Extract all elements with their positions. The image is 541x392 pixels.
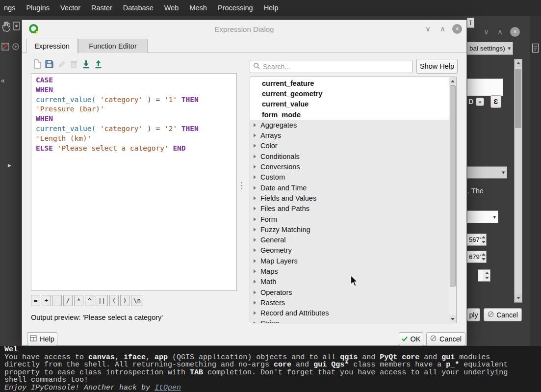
operator-button--[interactable]: *: [74, 295, 83, 306]
function-group-rasters[interactable]: Rasters: [250, 297, 450, 308]
menu-item-help[interactable]: Help: [264, 4, 279, 12]
bg-input-fragment[interactable]: [467, 78, 503, 96]
code-token: [53, 144, 57, 152]
menu-item-database[interactable]: Database: [123, 4, 154, 12]
spin-up-icon[interactable]: [482, 253, 486, 256]
operator-button--[interactable]: ^: [85, 295, 94, 306]
scrollbar-thumb[interactable]: [450, 85, 456, 287]
bg-minimize-icon[interactable]: ∨: [484, 27, 489, 36]
function-group-form[interactable]: Form: [250, 214, 450, 224]
menu-item-plugins[interactable]: Plugins: [26, 4, 50, 12]
function-group-fields-and-values[interactable]: Fields and Values: [250, 193, 450, 203]
expression-epsilon-button[interactable]: Ɛ: [490, 95, 501, 108]
dialog-unshade-icon[interactable]: ∧: [440, 25, 445, 33]
spin-down-icon[interactable]: [482, 258, 486, 261]
pane-splitter[interactable]: [241, 182, 242, 189]
function-item-form-mode[interactable]: form_mode: [250, 109, 450, 120]
function-item-current-geometry[interactable]: current_geometry: [250, 88, 450, 99]
menu-item-ngs[interactable]: ngs: [4, 4, 15, 12]
function-list-scrollbar[interactable]: [449, 77, 456, 323]
function-group-string[interactable]: String: [250, 318, 450, 323]
code-token: CASE: [36, 76, 53, 84]
operator-button--[interactable]: ): [120, 295, 129, 306]
function-group-general[interactable]: General: [250, 235, 450, 245]
menu-item-raster[interactable]: Raster: [91, 4, 112, 12]
function-group-files-and-paths[interactable]: Files and Paths: [250, 204, 450, 214]
operator-button--[interactable]: -: [52, 295, 62, 306]
collapse-panel-icon[interactable]: «: [1, 77, 5, 84]
tab-function-editor[interactable]: Function Editor: [78, 39, 148, 53]
toolbar-fragment-icon[interactable]: [12, 20, 21, 33]
function-group-map-layers[interactable]: Map Layers: [250, 256, 450, 266]
coordinate-spinbox-3[interactable]: [478, 269, 490, 282]
scroll-down-button[interactable]: [515, 294, 522, 302]
import-expressions-icon[interactable]: [81, 58, 91, 70]
operator-button--[interactable]: /: [63, 295, 73, 306]
bg-dropdown-2[interactable]: ▾: [467, 166, 507, 179]
play-icon[interactable]: ▶: [8, 163, 11, 168]
coordinate-spinbox-2[interactable]: 679': [467, 251, 487, 263]
function-group-geometry[interactable]: Geometry: [250, 245, 450, 256]
clear-field-button[interactable]: ×: [476, 98, 484, 106]
operator-button--n[interactable]: \n: [131, 295, 143, 306]
coordinate-spinbox-1[interactable]: 567': [467, 234, 487, 246]
pan-hand-icon[interactable]: [1, 20, 11, 33]
function-group-aggregates[interactable]: Aggregates: [250, 120, 450, 130]
operator-button--[interactable]: +: [42, 295, 51, 306]
function-item-current-feature[interactable]: current_feature: [250, 78, 450, 88]
menu-item-processing[interactable]: Processing: [218, 4, 253, 12]
toolbar-fragment2-icon[interactable]: [11, 40, 20, 53]
spin-down-icon[interactable]: [485, 277, 489, 279]
function-group-conditionals[interactable]: Conditionals: [250, 151, 450, 161]
spin-down-icon[interactable]: [482, 241, 486, 243]
function-group-color[interactable]: Color: [250, 141, 450, 151]
function-search[interactable]: [250, 60, 412, 73]
spinner-arrows[interactable]: [484, 270, 490, 281]
function-group-record-and-attributes[interactable]: Record and Attributes: [250, 308, 450, 318]
new-expression-icon[interactable]: [32, 58, 42, 70]
spinner-arrows[interactable]: [481, 234, 486, 245]
scrollbar-thumb[interactable]: [515, 69, 521, 128]
function-group-date-and-time[interactable]: Date and Time: [250, 183, 450, 193]
operator-button--[interactable]: (: [109, 295, 119, 306]
cancel-button[interactable]: Cancel: [426, 332, 465, 346]
scroll-up-button[interactable]: [515, 59, 522, 67]
bg-maximize-icon[interactable]: ∧: [497, 27, 503, 36]
bg-dropdown-3[interactable]: ▾: [467, 210, 498, 223]
spin-up-icon[interactable]: [485, 272, 489, 274]
scroll-up-button[interactable]: [449, 77, 456, 85]
menu-item-web[interactable]: Web: [164, 4, 179, 12]
dialog-shade-icon[interactable]: ∨: [425, 25, 431, 33]
operator-button--[interactable]: =: [31, 295, 40, 306]
save-expression-icon[interactable]: [44, 58, 54, 70]
expression-editor[interactable]: CASEWHENcurrent_value( 'category' ) = '1…: [31, 73, 237, 291]
operator-button--[interactable]: ||: [96, 295, 108, 306]
tab-expression[interactable]: Expression: [26, 38, 78, 53]
measure-tool-icon[interactable]: [0, 40, 10, 53]
scroll-down-button[interactable]: [449, 315, 456, 323]
help-button[interactable]: Help: [27, 332, 57, 346]
menu-item-vector[interactable]: Vector: [60, 4, 80, 12]
function-group-fuzzy-matching[interactable]: Fuzzy Matching: [250, 224, 450, 235]
python-console[interactable]: Wel You have access to canvas, iface, ap…: [0, 346, 541, 392]
bg-apply-button-fragment[interactable]: ply: [467, 308, 480, 321]
export-expressions-icon[interactable]: [93, 58, 103, 70]
bg-settings-dropdown[interactable]: bal settings) ▾: [467, 42, 513, 55]
function-group-custom[interactable]: Custom: [250, 172, 450, 183]
console-text: directly from the shell. All returning-s…: [4, 361, 274, 369]
spin-up-icon[interactable]: [482, 236, 486, 238]
bg-vertical-scrollbar[interactable]: [514, 59, 522, 303]
function-item-current-value[interactable]: current_value: [250, 99, 450, 109]
bg-close-icon[interactable]: ×: [510, 27, 520, 37]
function-group-arrays[interactable]: Arrays: [250, 130, 450, 140]
search-input[interactable]: [263, 63, 409, 71]
bg-cancel-button[interactable]: Cancel: [484, 308, 522, 321]
spinner-arrows[interactable]: [481, 251, 486, 262]
ok-button[interactable]: OK: [399, 332, 423, 346]
function-group-conversions[interactable]: Conversions: [250, 161, 450, 172]
show-help-button[interactable]: Show Help: [416, 59, 458, 74]
panel-page-icon[interactable]: [531, 42, 540, 54]
function-group-label: Aggregates: [260, 121, 297, 129]
dialog-close-icon[interactable]: ×: [452, 24, 462, 34]
menu-item-mesh[interactable]: Mesh: [189, 4, 206, 12]
